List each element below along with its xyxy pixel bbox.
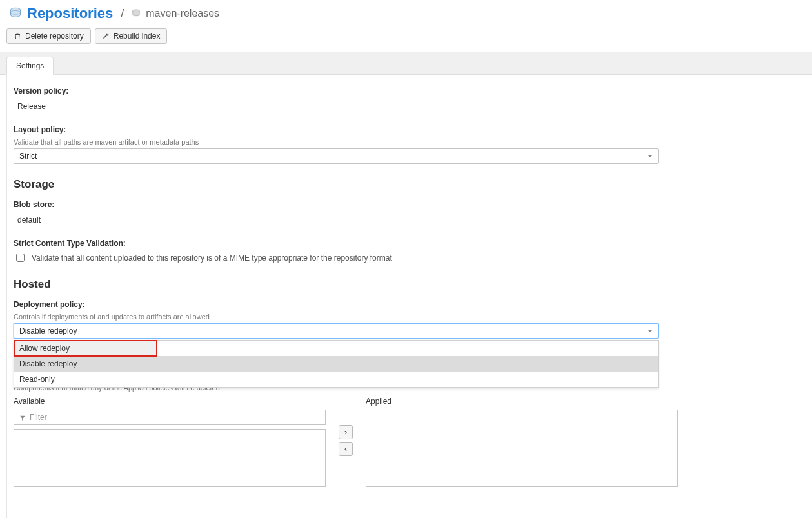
deployment-policy-value: Disable redeploy <box>19 326 77 335</box>
page-title[interactable]: Repositories <box>27 5 113 22</box>
toolbar: Delete repository Rebuild index <box>0 26 812 52</box>
delete-repository-label: Delete repository <box>25 32 84 41</box>
deployment-policy-help: Controls if deployments of and updates t… <box>14 313 806 321</box>
trash-icon <box>14 32 21 40</box>
available-filter-placeholder: Filter <box>30 413 47 422</box>
layout-policy-select-value: Strict <box>19 152 37 161</box>
deployment-policy-select[interactable]: Disable redeploy <box>14 323 659 339</box>
version-policy-label: Version policy: <box>14 86 806 95</box>
move-left-button[interactable]: ‹ <box>339 442 353 456</box>
layout-policy-help: Validate that all paths are maven artifa… <box>14 138 806 146</box>
breadcrumb-separator: / <box>118 7 126 21</box>
move-right-button[interactable]: › <box>339 425 353 439</box>
storage-section-title: Storage <box>14 178 806 191</box>
breadcrumb-repo-name: maven-releases <box>146 8 219 19</box>
deployment-policy-label: Deployment policy: <box>14 300 806 309</box>
rebuild-index-button[interactable]: Rebuild index <box>95 28 168 44</box>
tab-settings[interactable]: Settings <box>6 57 54 75</box>
page-header: Repositories / maven-releases <box>0 0 812 26</box>
wrench-icon <box>102 32 110 40</box>
version-policy-value: Release <box>14 99 806 114</box>
database-icon-small <box>132 9 141 18</box>
caret-down-icon <box>648 330 653 332</box>
delete-repository-button[interactable]: Delete repository <box>6 28 91 44</box>
available-label: Available <box>14 397 326 406</box>
available-filter-input[interactable]: Filter <box>14 410 326 425</box>
available-listbox[interactable] <box>14 429 326 487</box>
applied-listbox[interactable] <box>366 410 678 487</box>
chevron-left-icon: ‹ <box>344 444 347 454</box>
option-disable-redeploy[interactable]: Disable redeploy <box>14 356 658 372</box>
strict-validation-text: Validate that all content uploaded to th… <box>32 254 392 263</box>
tab-bar: Settings <box>0 52 812 75</box>
hosted-section-title: Hosted <box>14 278 806 291</box>
applied-label: Applied <box>366 397 678 406</box>
chevron-right-icon: › <box>344 428 347 437</box>
caret-down-icon <box>648 155 653 157</box>
option-allow-redeploy[interactable]: Allow redeploy <box>14 341 157 356</box>
deployment-policy-dropdown: Allow redeploy Disable redeploy Read-onl… <box>14 340 659 388</box>
deployment-policy-group: Disable redeploy Allow redeploy Disable … <box>14 323 659 339</box>
strict-validation-checkbox[interactable] <box>16 254 25 262</box>
strict-validation-label: Strict Content Type Validation: <box>14 239 806 248</box>
layout-policy-select[interactable]: Strict <box>14 148 659 164</box>
rebuild-index-label: Rebuild index <box>114 32 161 41</box>
blob-store-value: default <box>14 213 806 227</box>
option-read-only[interactable]: Read-only <box>14 372 658 387</box>
layout-policy-label: Layout policy: <box>14 125 806 134</box>
filter-icon <box>19 414 26 421</box>
settings-panel: Version policy: Release Layout policy: V… <box>6 75 812 518</box>
blob-store-label: Blob store: <box>14 200 806 209</box>
database-icon <box>9 7 22 20</box>
